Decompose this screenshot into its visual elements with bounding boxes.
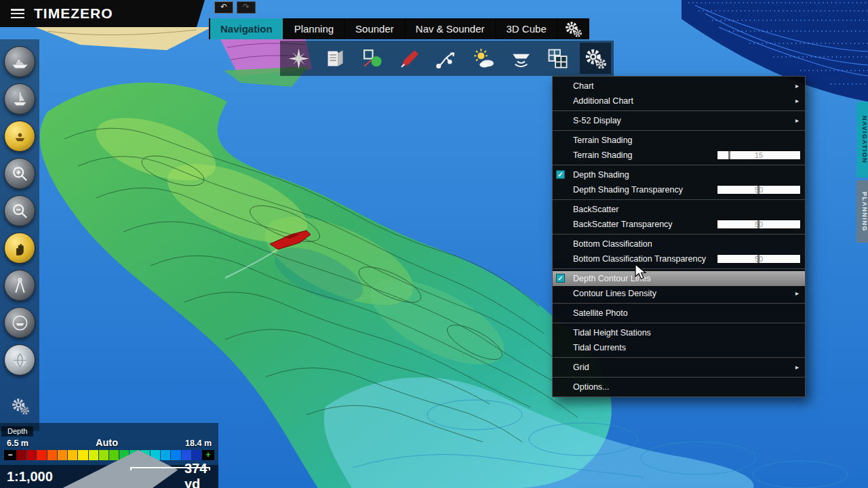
submenu-arrow-icon: ▸ [795, 286, 799, 301]
menu-item-grid[interactable]: Grid▸ [553, 360, 805, 375]
weather-icon[interactable] [469, 43, 500, 74]
menu-separator [553, 357, 805, 358]
tab-navigation[interactable]: Navigation [210, 18, 283, 39]
menu-item-label: Chart [573, 79, 805, 94]
event-buoy-button[interactable] [4, 121, 35, 152]
undo-button[interactable]: ↶ [214, 1, 233, 14]
menu-item-label: Tidal Currents [573, 340, 805, 355]
side-tab-navigation[interactable]: NAVIGATION [856, 102, 868, 178]
depth-color-segment [37, 450, 46, 460]
menu-separator [553, 234, 805, 235]
submenu-arrow-icon: ▸ [795, 113, 799, 128]
main-toolbar [280, 41, 614, 76]
depth-min-value: 6.5 m [7, 439, 28, 448]
menu-item-label: S-52 Display [573, 113, 805, 128]
menu-item-bottom-classification-transparency[interactable]: Bottom Classification Transparency50 [553, 251, 805, 266]
menu-item-options[interactable]: Options... [553, 380, 805, 394]
menu-separator [553, 323, 805, 323]
tab-bar: NavigationPlanningSounderNav & Sounder3D… [209, 18, 589, 39]
menu-slider-bottom-classification-transparency[interactable]: 50 [717, 254, 801, 264]
submenu-arrow-icon: ▸ [795, 79, 799, 94]
menu-item-backscatter[interactable]: BackScatter [553, 202, 805, 217]
menu-item-depth-shading-transparency[interactable]: Depth Shading Transparency50 [553, 182, 805, 197]
layers-dropdown-menu: Chart▸Additional Chart▸S-52 Display▸Terr… [552, 76, 806, 397]
menu-slider-depth-shading-transparency[interactable]: 50 [717, 185, 801, 195]
menu-separator [553, 199, 805, 200]
menu-separator [553, 130, 805, 131]
menu-item-depth-contour-lines[interactable]: ✓Depth Contour Lines [553, 271, 805, 286]
menu-separator [553, 165, 805, 165]
center-boat-button[interactable] [4, 307, 35, 338]
menu-item-s-52-display[interactable]: S-52 Display▸ [553, 113, 805, 128]
brand-bar: TIMEZERO [0, 0, 205, 27]
menu-item-contour-lines-density[interactable]: Contour Lines Density▸ [553, 286, 805, 301]
waypoints-icon[interactable] [431, 43, 462, 74]
menu-item-label: Options... [573, 380, 805, 394]
menu-item-backscatter-transparency[interactable]: BackScatter Transparency50 [553, 217, 805, 232]
menu-item-label: Additional Chart [573, 94, 805, 108]
menu-separator [553, 377, 805, 378]
menu-item-additional-chart[interactable]: Additional Chart▸ [553, 94, 805, 108]
menu-slider-backscatter-transparency[interactable]: 50 [717, 220, 801, 229]
menu-item-label: Terrain Shading [573, 133, 805, 148]
depth-scale-plus-button[interactable]: + [202, 450, 214, 460]
depth-color-segment [192, 450, 201, 460]
side-tab-planning[interactable]: PLANNING [856, 180, 868, 243]
menu-item-bottom-classification[interactable]: Bottom Classification [553, 237, 805, 251]
submenu-arrow-icon: ▸ [795, 94, 799, 108]
marks-icon[interactable] [357, 43, 389, 74]
route-pen-icon[interactable] [394, 43, 425, 74]
submenu-arrow-icon: ▸ [795, 360, 799, 375]
slider-thumb[interactable] [757, 186, 760, 194]
menu-item-chart[interactable]: Chart▸ [553, 79, 805, 94]
tab-3d-cube[interactable]: 3D Cube [496, 18, 557, 39]
divider-button[interactable] [4, 270, 35, 301]
checkmark-icon[interactable]: ✓ [556, 170, 565, 179]
menu-slider-terrain-shading[interactable]: 15 [717, 150, 801, 160]
pan-hand-button[interactable] [4, 232, 35, 264]
logbook-icon[interactable] [320, 43, 351, 74]
sailboat-button[interactable] [4, 83, 35, 115]
zoom-in-button[interactable] [4, 158, 35, 189]
menu-item-label: BackScatter [573, 202, 805, 217]
menu-item-terrain-shading[interactable]: Terrain Shading15 [553, 148, 805, 163]
menu-item-label: Tidal Height Stations [573, 325, 805, 340]
depth-color-segment [26, 450, 36, 460]
menu-item-tidal-currents[interactable]: Tidal Currents [553, 340, 805, 355]
slider-thumb[interactable] [757, 220, 760, 228]
depth-panel-title: Depth [1, 426, 33, 436]
compass-rose-icon[interactable] [283, 43, 314, 74]
tab-sounder[interactable]: Sounder [345, 18, 404, 39]
scale-status-bar: 1:1,000 374 yd [0, 465, 218, 488]
hamburger-menu-icon[interactable] [11, 9, 24, 18]
tab-nav-sounder[interactable]: Nav & Sounder [406, 18, 495, 39]
menu-item-label: Contour Lines Density [573, 286, 805, 301]
menu-item-terrain-shading[interactable]: Terrain Shading [553, 133, 805, 148]
motorboat-button[interactable] [4, 46, 35, 77]
menu-item-depth-shading[interactable]: ✓Depth Shading [553, 167, 805, 182]
chart-scale-value: 1:1,000 [7, 469, 53, 485]
menu-separator [553, 110, 805, 111]
globe-3d-button[interactable] [4, 344, 35, 375]
range-scale-value: 374 yd [184, 461, 212, 488]
depth-panel: Depth 6.5 m Auto 18.4 m − + 1:1,000 374 … [0, 423, 218, 488]
menu-item-label: Satellite Photo [573, 306, 805, 321]
menu-separator [553, 268, 805, 269]
settings-gears-icon[interactable] [580, 43, 611, 74]
tool-sidebar [0, 39, 39, 431]
chart-layers-icon[interactable] [542, 43, 574, 74]
tab-planning[interactable]: Planning [284, 18, 344, 39]
slider-thumb[interactable] [728, 151, 730, 159]
redo-button[interactable]: ↷ [237, 1, 256, 14]
depth-scale-minus-button[interactable]: − [4, 450, 16, 460]
menu-item-tidal-height-stations[interactable]: Tidal Height Stations [553, 325, 805, 340]
zoom-out-button[interactable] [4, 195, 35, 226]
slider-thumb[interactable] [757, 255, 760, 263]
depth-max-value: 18.4 m [185, 439, 212, 448]
menu-item-satellite-photo[interactable]: Satellite Photo [553, 306, 805, 321]
sonar-icon[interactable] [505, 43, 536, 74]
tool-gears-button[interactable] [5, 391, 35, 421]
checkmark-icon[interactable]: ✓ [556, 274, 565, 283]
menu-item-label: Bottom Classification [573, 237, 805, 251]
gears-icon[interactable] [558, 18, 588, 39]
